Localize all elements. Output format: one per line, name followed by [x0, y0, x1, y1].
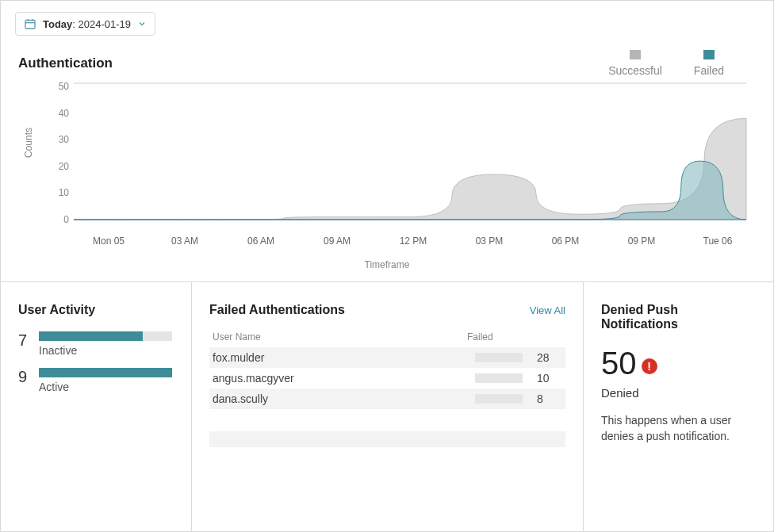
user-activity-label: Active	[39, 381, 174, 393]
x-tick: 03 AM	[147, 235, 223, 247]
fail-count: 10	[531, 372, 562, 385]
failed-auth-title: Failed Authentications	[209, 303, 345, 317]
username-cell: fox.mulder	[213, 351, 475, 364]
auth-header: Authentication Successful Failed	[18, 50, 756, 77]
fail-count: 28	[531, 351, 562, 364]
svg-rect-0	[25, 20, 35, 29]
failed-auth-panel: Failed Authentications View All User Nam…	[191, 282, 583, 531]
x-tick: Mon 05	[71, 235, 147, 247]
auth-title: Authentication	[18, 55, 113, 71]
failed-auth-table: User Name Failed fox.mulder 28 angus.mac…	[209, 331, 565, 447]
col-username: User Name	[213, 331, 467, 343]
svg-text:50: 50	[59, 81, 70, 92]
alert-icon: !	[642, 358, 657, 374]
svg-text:30: 30	[59, 134, 70, 145]
x-tick: 09 PM	[603, 235, 680, 247]
legend-successful[interactable]: Successful	[608, 50, 662, 77]
svg-text:20: 20	[59, 161, 70, 172]
date-bar: Today: 2024-01-19	[1, 1, 773, 44]
user-activity-row: 7 Inactive	[18, 331, 174, 357]
auth-chart: Counts 01020304050 Mon 0503 AM06 AM09 AM…	[18, 78, 756, 277]
denied-label: Denied	[601, 386, 756, 400]
user-activity-bar	[39, 368, 172, 377]
svg-text:10: 10	[59, 187, 70, 198]
x-tick: Tue 06	[680, 235, 756, 247]
denied-push-panel: Denied Push Notifications 50 ! Denied Th…	[583, 282, 773, 531]
fail-count: 8	[531, 392, 562, 405]
dashboard-root: Today: 2024-01-19 Authentication Success…	[0, 0, 774, 532]
failed-auth-empty-row	[209, 431, 565, 447]
table-row[interactable]: dana.scully 8	[209, 388, 565, 409]
denied-value-row: 50 !	[601, 346, 756, 381]
calendar-icon	[24, 17, 36, 30]
svg-text:40: 40	[59, 108, 70, 119]
username-cell: dana.scully	[213, 392, 475, 405]
user-activity-value: 9	[18, 368, 31, 386]
view-all-link[interactable]: View All	[530, 304, 565, 316]
date-label: Today: 2024-01-19	[43, 18, 131, 30]
date-range-selector[interactable]: Today: 2024-01-19	[15, 12, 155, 36]
svg-text:0: 0	[63, 214, 69, 225]
user-activity-bar	[39, 331, 172, 341]
x-tick: 12 PM	[375, 235, 451, 247]
col-failed: Failed	[467, 331, 562, 343]
user-activity-value: 7	[18, 331, 31, 350]
x-tick: 06 PM	[527, 235, 603, 247]
x-tick: 06 AM	[223, 235, 299, 247]
fail-bar	[475, 353, 531, 362]
chart-y-axis-label: Counts	[23, 128, 34, 158]
fail-bar	[475, 373, 531, 383]
table-row[interactable]: angus.macgyver 10	[209, 368, 565, 388]
user-activity-row: 9 Active	[18, 368, 174, 393]
denied-title: Denied Push Notifications	[601, 303, 756, 331]
x-tick: 09 AM	[299, 235, 375, 247]
denied-description: This happens when a user denies a push n…	[601, 412, 756, 445]
chart-x-axis-label: Timeframe	[18, 259, 756, 270]
chevron-down-icon	[137, 19, 147, 29]
legend-swatch-successful	[630, 50, 641, 59]
user-activity-title: User Activity	[18, 303, 174, 317]
denied-count: 50	[601, 346, 637, 381]
chart-legend: Successful Failed	[608, 50, 724, 77]
failed-auth-table-header: User Name Failed	[209, 331, 565, 347]
x-tick: 03 PM	[451, 235, 527, 247]
username-cell: angus.macgyver	[213, 372, 475, 385]
chart-x-ticks: Mon 0503 AM06 AM09 AM12 PM03 PM06 PM09 P…	[71, 235, 756, 247]
table-row[interactable]: fox.mulder 28	[209, 347, 565, 368]
auth-chart-svg: 01020304050	[52, 78, 749, 234]
authentication-section: Authentication Successful Failed Counts …	[1, 44, 773, 282]
user-activity-label: Inactive	[39, 344, 174, 357]
legend-failed[interactable]: Failed	[694, 50, 724, 77]
fail-bar	[475, 394, 531, 404]
legend-swatch-failed	[703, 50, 715, 59]
panels-row: User Activity 7 Inactive 9 Active	[1, 282, 773, 531]
user-activity-panel: User Activity 7 Inactive 9 Active	[1, 282, 191, 531]
